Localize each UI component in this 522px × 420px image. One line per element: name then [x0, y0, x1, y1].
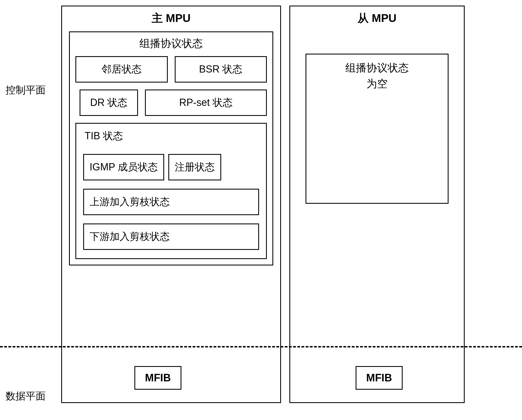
- slave-protocol-line2: 为空: [312, 76, 442, 92]
- plane-labels: 控制平面 数据平面: [6, 6, 50, 403]
- protocol-state-title: 组播协议状态: [75, 35, 267, 56]
- dr-state-box: DR 状态: [80, 90, 138, 116]
- register-state-box: 注册状态: [168, 154, 221, 180]
- main-mpu-title: 主 MPU: [62, 6, 280, 30]
- downstream-state-box: 下游加入剪枝状态: [83, 223, 259, 250]
- igmp-state-box: IGMP 成员状态: [83, 154, 164, 180]
- rpset-state-box: RP-set 状态: [145, 90, 267, 116]
- mpu-container: 主 MPU 组播协议状态 邻居状态 BSR 状态 DR 状态 RP-set 状态…: [61, 6, 516, 403]
- diagram-container: 控制平面 数据平面 主 MPU 组播协议状态 邻居状态 BSR 状态 DR 状态…: [6, 6, 516, 403]
- tib-state-box: TIB 状态 IGMP 成员状态 注册状态 上游加入剪枝状态 下游加入剪枝状态: [75, 123, 267, 259]
- slave-mpu-title: 从 MPU: [290, 6, 464, 30]
- slave-protocol-state-box: 组播协议状态 为空: [306, 54, 449, 204]
- upstream-state-box: 上游加入剪枝状态: [83, 189, 259, 215]
- tib-row-1: IGMP 成员状态 注册状态: [83, 154, 259, 180]
- control-plane-label: 控制平面: [6, 83, 50, 97]
- state-row-2: DR 状态 RP-set 状态: [80, 90, 267, 116]
- main-mfib-box: MFIB: [134, 366, 181, 390]
- slave-mfib-box: MFIB: [356, 366, 403, 390]
- neighbor-state-box: 邻居状态: [75, 56, 168, 83]
- main-mpu-box: 主 MPU 组播协议状态 邻居状态 BSR 状态 DR 状态 RP-set 状态…: [61, 6, 281, 403]
- data-plane-label: 数据平面: [6, 389, 50, 403]
- slave-mpu-box: 从 MPU 组播协议状态 为空 MFIB: [289, 6, 465, 403]
- protocol-state-box: 组播协议状态 邻居状态 BSR 状态 DR 状态 RP-set 状态 TIB 状…: [69, 31, 273, 265]
- tib-row-3: 下游加入剪枝状态: [83, 223, 259, 250]
- tib-title: TIB 状态: [83, 128, 259, 154]
- tib-row-2: 上游加入剪枝状态: [83, 189, 259, 215]
- bsr-state-box: BSR 状态: [175, 56, 267, 83]
- state-row-1: 邻居状态 BSR 状态: [75, 56, 267, 83]
- slave-protocol-line1: 组播协议状态: [312, 60, 442, 76]
